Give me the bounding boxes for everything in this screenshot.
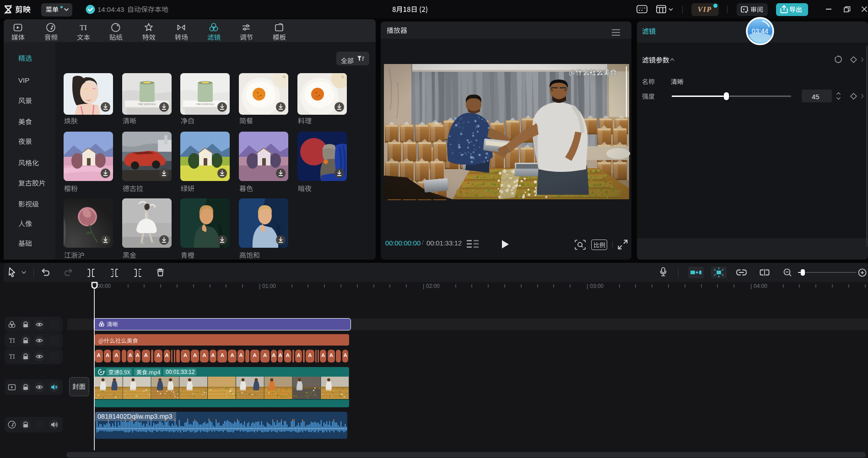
svg-text:VIP: VIP xyxy=(697,5,712,13)
svg-text:THE KINFOLK: THE KINFOLK xyxy=(196,103,215,106)
svg-text:THE KINFOLK: THE KINFOLK xyxy=(138,103,156,106)
svg-text:TI: TI xyxy=(9,353,15,360)
svg-text:TI: TI xyxy=(9,337,15,344)
svg-text:TI: TI xyxy=(80,23,87,32)
svg-text:03:44: 03:44 xyxy=(752,27,768,35)
